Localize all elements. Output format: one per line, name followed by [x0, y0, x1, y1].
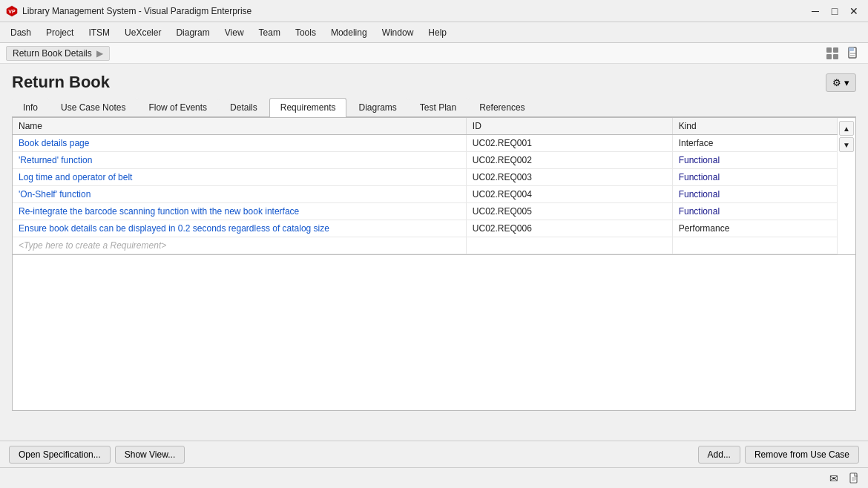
breadcrumb-label: Return Book Details — [13, 48, 92, 59]
table-row[interactable]: 'Returned' functionUC02.REQ002Functional — [13, 152, 838, 169]
col-name: Name — [13, 118, 466, 135]
menu-itsm[interactable]: ITSM — [81, 24, 117, 41]
menu-bar: Dash Project ITSM UeXceler Diagram View … — [0, 22, 868, 43]
svg-rect-10 — [850, 473, 857, 483]
tab-test-plan[interactable]: Test Plan — [409, 98, 467, 116]
menu-modeling[interactable]: Modeling — [323, 24, 375, 41]
table-row[interactable]: Ensure book details can be displayed in … — [13, 220, 838, 237]
cell-name: Log time and operator of belt — [13, 169, 466, 186]
grid-icon[interactable] — [823, 44, 841, 62]
title-bar-left: VP Library Management System - Visual Pa… — [6, 5, 251, 17]
new-requirement-row[interactable]: <Type here to create a Requirement> — [13, 237, 838, 254]
maximize-button[interactable]: □ — [826, 3, 843, 19]
tab-flow-of-events[interactable]: Flow of Events — [137, 98, 218, 116]
menu-uexceler[interactable]: UeXceler — [117, 24, 168, 41]
cell-name: Book details page — [13, 135, 466, 152]
table-row[interactable]: Re-integrate the barcode scanning functi… — [13, 203, 838, 220]
bottom-bar-right: Add... Remove from Use Case — [698, 446, 859, 464]
add-button[interactable]: Add... — [698, 446, 740, 464]
svg-rect-2 — [826, 47, 832, 53]
req-name-link[interactable]: Ensure book details can be displayed in … — [19, 223, 329, 234]
svg-rect-7 — [849, 47, 854, 51]
tabs: Info Use Case Notes Flow of Events Detai… — [12, 98, 856, 117]
document-icon[interactable] — [847, 471, 862, 486]
doc-icon[interactable] — [844, 44, 862, 62]
breadcrumb-arrow: ▶ — [96, 48, 103, 59]
tab-references[interactable]: References — [468, 98, 536, 116]
app-icon: VP — [6, 5, 18, 17]
menu-tools[interactable]: Tools — [288, 24, 323, 41]
menu-dash[interactable]: Dash — [3, 24, 39, 41]
bottom-bar-left: Open Specification... Show View... — [9, 446, 185, 464]
title-bar: VP Library Management System - Visual Pa… — [0, 0, 868, 22]
cell-id: UC02.REQ004 — [466, 186, 672, 203]
window-title: Library Management System - Visual Parad… — [22, 6, 251, 16]
gear-button[interactable]: ⚙ ▾ — [826, 73, 856, 92]
tab-requirements[interactable]: Requirements — [269, 98, 347, 117]
col-kind: Kind — [672, 118, 837, 135]
req-name-link[interactable]: 'On-Shelf' function — [19, 189, 91, 200]
menu-team[interactable]: Team — [251, 24, 288, 41]
email-icon[interactable]: ✉ — [826, 471, 841, 486]
cell-kind: Performance — [672, 220, 837, 237]
table-row[interactable]: Book details pageUC02.REQ001Interface — [13, 135, 838, 152]
tab-details[interactable]: Details — [219, 98, 269, 116]
menu-project[interactable]: Project — [39, 24, 81, 41]
side-arrows: ▲ ▼ — [838, 118, 855, 254]
menu-help[interactable]: Help — [421, 24, 454, 41]
cell-kind: Functional — [672, 186, 837, 203]
req-name-link[interactable]: 'Returned' function — [19, 155, 92, 165]
table-header-row: Name ID Kind — [13, 118, 838, 135]
menu-diagram[interactable]: Diagram — [168, 24, 217, 41]
tab-diagrams[interactable]: Diagrams — [347, 98, 407, 116]
menu-view[interactable]: View — [217, 24, 251, 41]
req-name-link[interactable]: Book details page — [19, 138, 89, 148]
close-button[interactable]: ✕ — [846, 3, 862, 19]
requirements-table-wrapper: Name ID Kind Book details pageUC02.REQ00… — [12, 117, 856, 255]
move-up-button[interactable]: ▲ — [839, 121, 854, 136]
open-spec-button[interactable]: Open Specification... — [9, 446, 111, 464]
cell-id: UC02.REQ001 — [466, 135, 672, 152]
breadcrumb-bar: Return Book Details ▶ — [0, 43, 868, 64]
req-name-link[interactable]: Re-integrate the barcode scanning functi… — [19, 206, 299, 217]
cell-kind: Functional — [672, 203, 837, 220]
move-down-button[interactable]: ▼ — [839, 137, 854, 152]
cell-name: 'Returned' function — [13, 152, 466, 169]
table-row[interactable]: Log time and operator of beltUC02.REQ003… — [13, 169, 838, 186]
remove-from-use-case-button[interactable]: Remove from Use Case — [745, 446, 859, 464]
page-title: Return Book — [12, 73, 110, 92]
cell-name: 'On-Shelf' function — [13, 186, 466, 203]
cell-id: UC02.REQ003 — [466, 169, 672, 186]
tab-use-case-notes[interactable]: Use Case Notes — [50, 98, 137, 116]
svg-rect-5 — [833, 54, 838, 59]
cell-id: UC02.REQ002 — [466, 152, 672, 169]
cell-id: UC02.REQ006 — [466, 220, 672, 237]
svg-rect-4 — [826, 54, 832, 59]
page-content: Return Book ⚙ ▾ Info Use Case Notes Flow… — [0, 64, 868, 411]
show-view-button[interactable]: Show View... — [115, 446, 185, 464]
status-bar: ✉ — [0, 467, 868, 488]
bottom-bar: Open Specification... Show View... Add..… — [0, 441, 868, 467]
window-controls: ─ □ ✕ — [807, 3, 862, 19]
requirements-table: Name ID Kind Book details pageUC02.REQ00… — [13, 118, 838, 254]
minimize-button[interactable]: ─ — [807, 3, 823, 19]
cell-id: UC02.REQ005 — [466, 203, 672, 220]
table-body: Book details pageUC02.REQ001Interface'Re… — [13, 135, 838, 254]
req-name-link[interactable]: Log time and operator of belt — [19, 172, 132, 182]
menu-window[interactable]: Window — [375, 24, 421, 41]
cell-kind: Functional — [672, 169, 837, 186]
svg-rect-3 — [833, 47, 838, 53]
breadcrumb-icons — [823, 44, 862, 62]
tab-info[interactable]: Info — [12, 98, 49, 116]
svg-text:VP: VP — [8, 9, 16, 14]
col-id: ID — [466, 118, 672, 135]
cell-name: Ensure book details can be displayed in … — [13, 220, 466, 237]
cell-kind: Functional — [672, 152, 837, 169]
breadcrumb[interactable]: Return Book Details ▶ — [6, 46, 110, 61]
empty-area — [12, 255, 856, 411]
cell-name: Re-integrate the barcode scanning functi… — [13, 203, 466, 220]
table-row[interactable]: 'On-Shelf' functionUC02.REQ004Functional — [13, 186, 838, 203]
cell-kind: Interface — [672, 135, 837, 152]
page-title-row: Return Book ⚙ ▾ — [12, 73, 856, 92]
new-req-placeholder[interactable]: <Type here to create a Requirement> — [13, 237, 466, 254]
